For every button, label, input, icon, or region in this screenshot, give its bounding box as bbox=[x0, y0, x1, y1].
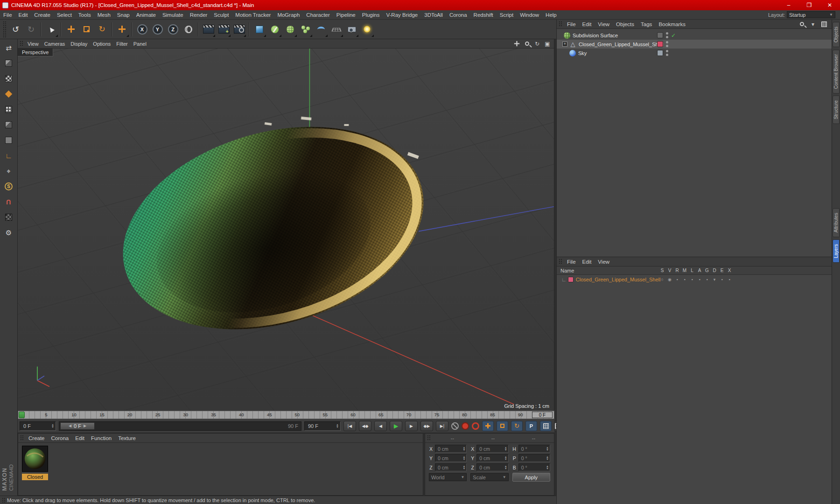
material-thumbnail[interactable] bbox=[22, 446, 48, 472]
lm-menu-view[interactable]: View bbox=[595, 259, 613, 265]
tweak-mode-button[interactable]: ⌖ bbox=[1, 164, 16, 178]
col-view[interactable]: V bbox=[666, 268, 673, 273]
next-key-button[interactable]: ◆▶ bbox=[420, 421, 433, 431]
render-view-button[interactable] bbox=[201, 21, 216, 38]
om-menu-edit[interactable]: Edit bbox=[579, 21, 595, 27]
power-slider-handle[interactable]: ◀ 0 F ▶ bbox=[60, 422, 95, 430]
render-settings-button[interactable] bbox=[231, 21, 247, 38]
vp-menu-display[interactable]: Display bbox=[68, 41, 90, 47]
rotation-header[interactable]: -- bbox=[513, 435, 554, 441]
keyframe-selection-button[interactable] bbox=[472, 422, 479, 430]
lock-z-button[interactable]: Z bbox=[165, 21, 181, 38]
viewport-toggle-icon[interactable]: ▣ bbox=[544, 40, 551, 48]
start-frame-field[interactable]: 0 F ▲▼ bbox=[20, 421, 56, 431]
vp-menu-view[interactable]: View bbox=[25, 41, 42, 47]
layer-color-chip[interactable] bbox=[568, 277, 574, 282]
polygons-mode-button[interactable] bbox=[1, 133, 16, 147]
col-generators[interactable]: G bbox=[703, 268, 711, 273]
mograph-menu-button[interactable] bbox=[298, 21, 313, 38]
pos-z-field[interactable]: 0 cm▲▼ bbox=[435, 463, 467, 471]
title-bar[interactable]: CINEMA 4D R17.055 Studio (R17) - [Closed… bbox=[0, 0, 840, 10]
viewport-3d-scene[interactable] bbox=[18, 49, 554, 410]
expand-icon[interactable]: + bbox=[562, 42, 567, 47]
arrow-left-icon[interactable]: ◀ bbox=[69, 424, 71, 428]
visibility-dots[interactable] bbox=[666, 41, 668, 47]
make-editable-button[interactable]: ⇄ bbox=[1, 41, 16, 55]
redo-button[interactable]: ↻ bbox=[23, 21, 39, 38]
last-tool-button[interactable] bbox=[114, 21, 130, 38]
undo-button[interactable]: ↺ bbox=[8, 21, 23, 38]
mat-menu-function[interactable]: Function bbox=[88, 435, 115, 441]
vp-menu-options[interactable]: Options bbox=[90, 41, 113, 47]
layout-select[interactable]: Startup ▼ bbox=[787, 11, 835, 18]
key-position-toggle[interactable] bbox=[482, 421, 494, 431]
panel-grip[interactable] bbox=[559, 259, 562, 265]
col-xref[interactable]: X bbox=[726, 268, 733, 273]
menu-edit[interactable]: Edit bbox=[15, 12, 31, 18]
layer-row-mussel-shell[interactable]: ∟ Closed_Green_Lipped_Mussel_Shell ○◉▪▪▪… bbox=[557, 275, 832, 284]
menu-create[interactable]: Create bbox=[31, 12, 54, 18]
object-row-sky[interactable]: Sky bbox=[557, 49, 832, 57]
snap-toggle-button[interactable]: S bbox=[1, 179, 16, 194]
menu-3dtoall[interactable]: 3DToAll bbox=[421, 12, 446, 18]
menu-file[interactable]: File bbox=[0, 12, 15, 18]
col-expressions[interactable]: E bbox=[718, 268, 726, 273]
object-row-mussel-shell[interactable]: + △ Closed_Green_Lipped_Mussel_Shell bbox=[557, 40, 832, 49]
menu-pipeline[interactable]: Pipeline bbox=[333, 12, 359, 18]
pos-y-field[interactable]: 0 cm▲▼ bbox=[435, 454, 467, 462]
goto-start-button[interactable]: |◀ bbox=[343, 421, 356, 431]
coordinate-system-select[interactable]: World▼ bbox=[429, 473, 467, 481]
visibility-dots[interactable] bbox=[666, 50, 668, 56]
deformers-menu-button[interactable] bbox=[313, 21, 329, 38]
tab-content-browser[interactable]: Content Browser bbox=[833, 49, 840, 93]
menu-mesh[interactable]: Mesh bbox=[94, 12, 114, 18]
om-menu-file[interactable]: File bbox=[564, 21, 579, 27]
layer-chip-icon[interactable] bbox=[657, 32, 663, 38]
menu-simulate[interactable]: Simulate bbox=[159, 12, 187, 18]
quantize-button[interactable]: ⚙ bbox=[1, 225, 16, 240]
magnet-snap-button[interactable]: U bbox=[1, 195, 16, 209]
play-button[interactable]: ▶ bbox=[390, 421, 402, 431]
object-row-subdivision-surface[interactable]: Subdivision Surface ✓ bbox=[557, 31, 832, 40]
menu-vray-bridge[interactable]: V-Ray Bridge bbox=[383, 12, 421, 18]
playhead[interactable] bbox=[19, 412, 25, 418]
minimize-button[interactable]: – bbox=[778, 0, 799, 10]
size-x-field[interactable]: 0 cm▲▼ bbox=[476, 445, 508, 453]
texture-mode-button[interactable] bbox=[1, 71, 16, 86]
axis-mode-button[interactable]: ∟ bbox=[1, 148, 16, 163]
splines-menu-button[interactable] bbox=[267, 21, 282, 38]
mat-menu-edit[interactable]: Edit bbox=[72, 435, 88, 441]
key-parameter-toggle[interactable]: P bbox=[525, 421, 537, 431]
viewport-label[interactable]: Perspective bbox=[18, 49, 53, 56]
vp-menu-panel[interactable]: Panel bbox=[131, 41, 149, 47]
mat-menu-texture[interactable]: Texture bbox=[115, 435, 139, 441]
size-mode-select[interactable]: Scale▼ bbox=[470, 473, 508, 481]
tab-objects[interactable]: Objects bbox=[833, 22, 840, 47]
panel-grip[interactable] bbox=[2, 497, 5, 503]
live-selection-button[interactable] bbox=[43, 21, 59, 38]
prev-frame-button[interactable]: ◀ bbox=[374, 421, 387, 431]
search-icon[interactable] bbox=[798, 21, 805, 28]
material-tag-icon[interactable] bbox=[657, 50, 663, 56]
pos-x-field[interactable]: 0 cm▲▼ bbox=[435, 445, 467, 453]
key-rotation-toggle[interactable]: ↻ bbox=[511, 421, 523, 431]
menu-motion-tracker[interactable]: Motion Tracker bbox=[232, 12, 274, 18]
visibility-dots[interactable] bbox=[666, 32, 668, 38]
panel-grip[interactable] bbox=[427, 435, 430, 441]
toolbar-grip[interactable] bbox=[3, 21, 6, 37]
panel-grip[interactable] bbox=[20, 435, 23, 441]
power-slider[interactable]: ◀ 0 F ▶ 90 F bbox=[59, 421, 301, 431]
menu-corona[interactable]: Corona bbox=[446, 12, 470, 18]
bookmark-icon[interactable]: ▾ bbox=[809, 21, 817, 28]
menu-redshift[interactable]: Redshift bbox=[470, 12, 497, 18]
menu-snap[interactable]: Snap bbox=[114, 12, 133, 18]
close-button[interactable]: ✕ bbox=[819, 0, 840, 10]
viewport-zoom-icon[interactable] bbox=[523, 40, 531, 48]
maximize-button[interactable]: ❐ bbox=[799, 0, 819, 10]
rot-p-field[interactable]: 0 °▲▼ bbox=[518, 454, 550, 462]
size-header[interactable]: -- bbox=[473, 435, 513, 441]
col-render[interactable]: R bbox=[673, 268, 681, 273]
menu-help[interactable]: Help bbox=[542, 12, 560, 18]
tab-layers[interactable]: Layers bbox=[833, 239, 840, 263]
vp-menu-filter[interactable]: Filter bbox=[113, 41, 130, 47]
